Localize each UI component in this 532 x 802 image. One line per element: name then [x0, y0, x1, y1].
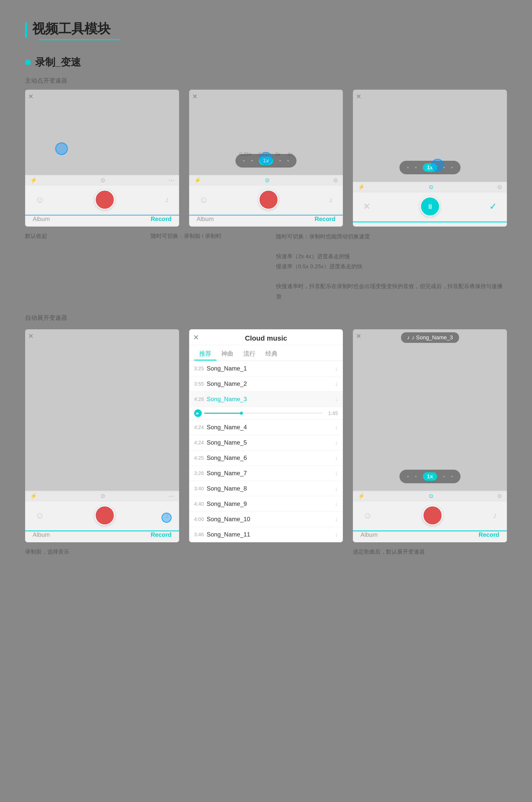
screen4-bottom-bar: ☺ ♪	[25, 501, 179, 531]
music-wrapper-4: ♪	[165, 511, 169, 520]
song-item-10[interactable]: 4:00 Song_Name_10 ↓	[189, 512, 343, 527]
note-3: 快慢速率时，抖音配乐在录制时也会出现变慢变快的音效，但完成后，抖音配乐将保持匀速…	[276, 281, 507, 301]
record-button-4[interactable]	[95, 505, 115, 526]
song-item-9[interactable]: 4:40 Song_Name_9 ↓	[189, 496, 343, 512]
record-label-4[interactable]: Record	[151, 531, 172, 538]
caption-text-2: 随时可切换：录制前 / 录制时	[151, 233, 222, 239]
song-item-11[interactable]: 3:46 Song_Name_11 ↓	[189, 527, 343, 542]
smiley-icon-4[interactable]: ☺	[35, 510, 44, 521]
song-item-3[interactable]: 4:28 Song_Name_3 ↓	[189, 392, 343, 407]
smiley-icon-1[interactable]: ☺	[35, 194, 44, 205]
divider-section: 自动展开变速器	[25, 314, 507, 322]
close-icon[interactable]: ✕	[28, 93, 34, 100]
speed-selector-6[interactable]: • • 1x • •	[399, 470, 460, 483]
speed-active-3[interactable]: 1x	[423, 163, 437, 172]
screen6-bottom-bar: ☺ ♪	[353, 501, 507, 531]
song6-name: Song_Name_6	[207, 454, 335, 461]
music-icon-2[interactable]: ♪	[329, 195, 333, 205]
song-item-2[interactable]: 3:55 Song_Name_2 ↓	[189, 376, 343, 392]
song10-download[interactable]: ↓	[335, 516, 338, 523]
song7-download[interactable]: ↓	[335, 470, 338, 477]
song-item-4[interactable]: 4:24 Song_Name_4 ↓	[189, 420, 343, 435]
screen1-viewport: ✕	[25, 90, 179, 175]
cm-tab-classic[interactable]: 经典	[261, 348, 283, 360]
record-button-6[interactable]	[422, 505, 442, 526]
song8-download[interactable]: ↓	[335, 485, 338, 492]
speed-dot-3: •	[279, 157, 281, 164]
speed-selector-2[interactable]: • • 1x • •	[235, 154, 297, 168]
title-underline	[39, 39, 119, 40]
song-item-6[interactable]: 4:25 Song_Name_6 ↓	[189, 450, 343, 466]
subsection2-label: 自动展开变速器	[25, 314, 507, 322]
record-label-1[interactable]: Record	[151, 215, 172, 223]
music-icon-6[interactable]: ♪	[493, 511, 497, 520]
close-icon-6[interactable]: ✕	[356, 332, 361, 340]
music-icon-1[interactable]: ♪	[165, 195, 169, 205]
song-tag-text: ♪ Song_Name_3	[412, 334, 453, 341]
song-item-1[interactable]: 3:25 Song_Name_1 ↓	[189, 361, 343, 376]
cancel-icon-3[interactable]: ✕	[363, 201, 370, 212]
music-icon-4[interactable]: ♪	[165, 511, 169, 520]
title-bar-accent	[25, 23, 27, 38]
song9-name: Song_Name_9	[207, 500, 335, 508]
song1-download[interactable]: ↓	[335, 365, 338, 372]
album-label-2: Album	[197, 215, 214, 223]
speed6-dot-1: •	[407, 473, 409, 480]
record-label-6[interactable]: Record	[478, 531, 499, 538]
check-icon-3[interactable]: ✓	[489, 201, 497, 212]
screen2-icon-mid: ⊙	[265, 177, 269, 184]
cm-tab-hits[interactable]: 神曲	[216, 348, 239, 360]
song-item-5[interactable]: 4:24 Song_Name_5 ↓	[189, 435, 343, 450]
close-icon-3[interactable]: ✕	[356, 93, 361, 100]
album-label-1: Album	[33, 215, 50, 223]
song3-play-btn[interactable]: ▶	[194, 409, 202, 417]
screen2-icon-left: ⚡	[194, 177, 201, 184]
subsection1-label: 主动点开变速器	[25, 77, 507, 85]
pause-button-3[interactable]: ⏸	[420, 196, 440, 216]
screen1-bottom-bar: ☺ ♪	[25, 186, 179, 215]
song9-download[interactable]: ↓	[335, 500, 338, 508]
cm-tab-recommend[interactable]: 推荐	[194, 348, 216, 360]
smiley-icon-6[interactable]: ☺	[363, 510, 372, 521]
song5-name: Song_Name_5	[207, 439, 335, 446]
speed-selector-3[interactable]: • • 1x • •	[399, 161, 460, 174]
song2-name: Song_Name_2	[207, 380, 335, 387]
song-item-7[interactable]: 3:26 Song_Name_7 ↓	[189, 466, 343, 481]
caption-text-1: 默认收起	[25, 233, 47, 239]
caption-2: 随时可切换：录制前 / 录制时	[151, 232, 266, 301]
screen4-icon-left: ⚡	[30, 493, 37, 499]
close-icon-4[interactable]: ✕	[28, 332, 34, 340]
record-label-2[interactable]: Record	[315, 215, 336, 223]
speed-active-6[interactable]: 1x	[423, 472, 437, 481]
song5-download[interactable]: ↓	[335, 439, 338, 446]
cm-close-btn[interactable]: ✕	[193, 333, 199, 342]
song9-dur: 4:40	[194, 501, 207, 507]
record-button-1[interactable]	[95, 190, 115, 210]
song10-dur: 4:00	[194, 516, 207, 522]
cm-tab-pop[interactable]: 流行	[239, 348, 261, 360]
bottom-caption-text-3: 选定歌曲后，默认展开变速器	[353, 549, 425, 555]
song4-download[interactable]: ↓	[335, 424, 338, 431]
screen1-icon-mid: ⊙	[100, 177, 105, 184]
song2-download[interactable]: ↓	[335, 380, 338, 387]
speed6-dot-4: •	[451, 473, 453, 480]
screen4-viewport: ✕	[25, 329, 179, 491]
song3-progress-row: ▶ 1:45	[189, 407, 343, 420]
song3-download[interactable]: ↓	[335, 396, 338, 403]
song6-download[interactable]: ↓	[335, 454, 338, 461]
song5-dur: 4:24	[194, 440, 207, 445]
speed-active-2[interactable]: 1x	[259, 156, 273, 165]
song3-progress-bar[interactable]	[204, 413, 323, 414]
song-item-8[interactable]: 3:40 Song_Name_8 ↓	[189, 481, 343, 496]
speed6-dot-2: •	[415, 473, 417, 480]
song1-name: Song_Name_1	[207, 365, 335, 372]
close-icon-2[interactable]: ✕	[192, 93, 198, 100]
screen3-icon-right: ⊙	[497, 184, 502, 190]
song11-download[interactable]: ↓	[335, 531, 338, 538]
phone-screen-2: ✕ 0.25x 0.5x 2x 4x • • 1x • • ⚡ ⊙ ⊙	[189, 90, 343, 227]
smiley-icon-2[interactable]: ☺	[199, 194, 208, 205]
song3-name: Song_Name_3	[207, 396, 335, 403]
record-button-2[interactable]	[259, 190, 279, 210]
song3-dur: 4:28	[194, 396, 207, 402]
touch-cursor-1	[55, 142, 68, 155]
